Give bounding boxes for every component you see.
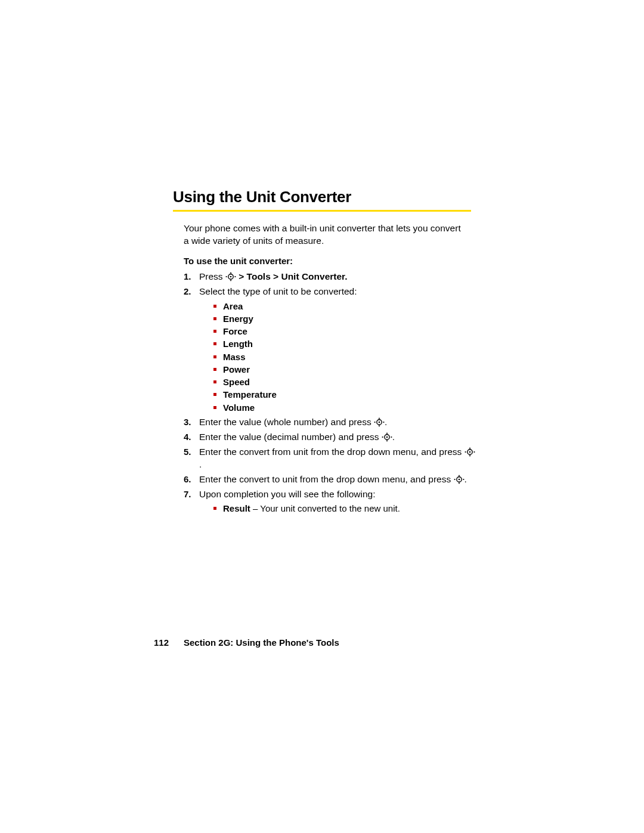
heading-underline (173, 210, 471, 212)
unit-mass: Mass (213, 351, 476, 363)
step-6-text-a: Enter the convert to unit from the drop … (199, 474, 454, 484)
step-3-text-b: . (385, 417, 387, 427)
unit-speed: Speed (213, 376, 476, 388)
step-3: Enter the value (whole number) and press… (184, 416, 476, 429)
step-7: Upon completion you will see the followi… (184, 488, 476, 515)
unit-volume: Volume (213, 402, 476, 414)
section-label: Section 2G: Using the Phone's Tools (184, 637, 339, 648)
section-heading: Using the Unit Converter (173, 188, 471, 206)
nav-key-icon (382, 432, 392, 442)
step-1: Press > Tools > Unit Converter. (184, 271, 476, 283)
sub-heading: To use the unit converter: (173, 256, 471, 266)
unit-length: Length (213, 338, 476, 350)
page-number: 112 (154, 637, 184, 648)
step-7-text: Upon completion you will see the followi… (199, 489, 376, 499)
step-3-text-a: Enter the value (whole number) and press (199, 417, 374, 427)
unit-power: Power (213, 364, 476, 376)
step-6: Enter the convert to unit from the drop … (184, 473, 476, 486)
step-2-text: Select the type of unit to be converted: (199, 286, 357, 296)
step-5-text-b: . (199, 459, 202, 469)
result-list: Result – Your unit converted to the new … (199, 503, 476, 515)
nav-key-icon (465, 447, 475, 457)
unit-force: Force (213, 326, 476, 337)
step-list: Press > Tools > Unit Converter. Select t… (173, 271, 476, 515)
intro-paragraph: Your phone comes with a built-in unit co… (173, 222, 461, 247)
unit-area: Area (213, 301, 476, 312)
step-5: Enter the convert from unit from the dro… (184, 446, 476, 471)
page-footer: 112Section 2G: Using the Phone's Tools (154, 637, 339, 648)
nav-key-icon (225, 272, 236, 281)
unit-type-list: Area Energy Force Length Mass Power Spee… (199, 301, 476, 414)
step-6-text-b: . (465, 474, 467, 484)
manual-page: Using the Unit Converter Your phone come… (0, 0, 644, 833)
result-text: – Your unit converted to the new unit. (250, 503, 400, 513)
step-2: Select the type of unit to be converted:… (184, 286, 476, 414)
step-5-text-a: Enter the convert from unit from the dro… (199, 447, 465, 457)
step-4: Enter the value (decimal number) and pre… (184, 431, 476, 444)
unit-energy: Energy (213, 313, 476, 325)
content-block: Using the Unit Converter Your phone come… (173, 188, 471, 518)
nav-key-icon (454, 475, 465, 484)
nav-key-icon (374, 417, 385, 427)
step-4-text-a: Enter the value (decimal number) and pre… (199, 432, 382, 442)
step-1-path: > Tools > Unit Converter. (239, 271, 347, 281)
step-4-text-b: . (392, 432, 395, 442)
step-1-press: Press (199, 271, 223, 281)
result-label: Result (223, 503, 250, 513)
unit-temperature: Temperature (213, 389, 476, 401)
result-item: Result – Your unit converted to the new … (213, 503, 476, 515)
